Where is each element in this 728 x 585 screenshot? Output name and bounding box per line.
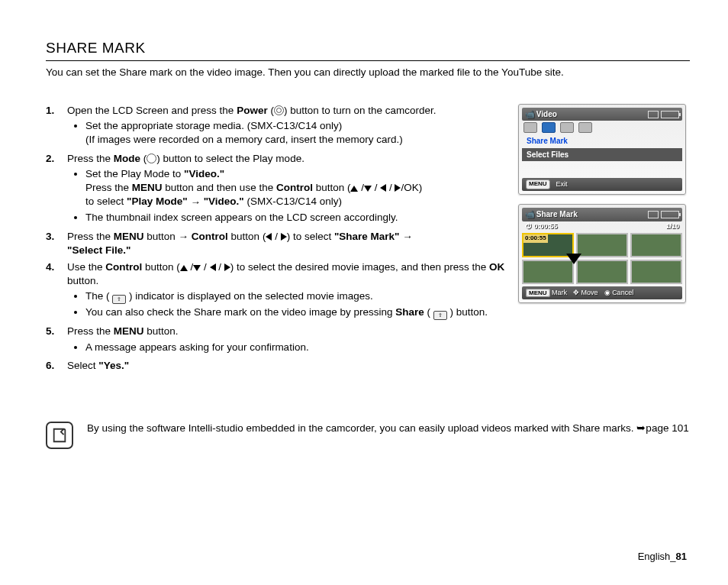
note-icon [46,422,73,449]
right-icon [224,263,230,271]
page-footer: English_81 [638,550,687,564]
right-icon [281,233,287,241]
step-1: 1. Open the LCD Screen and press the Pow… [46,104,507,149]
thumbnail [576,233,628,257]
section-title: SHARE MARK [46,38,690,61]
up-icon [350,186,358,192]
share-indicator-icon: ⇧ [112,295,126,304]
left-icon [210,263,216,271]
note-text: By using the software Intelli-studio emb… [87,422,689,435]
lcd-screen-menu: 📹 Video Share Mark Select Files MENUExit [518,104,686,195]
note-box: By using the software Intelli-studio emb… [46,422,690,449]
menu-pill-icon: MENU [526,289,550,297]
intro-text: You can set the Share mark on the video … [46,66,690,79]
step-3: 3. Press the MENU button → Control butto… [46,230,507,257]
menu-select-files: Select Files [522,148,682,162]
lcd-title: Video [536,110,557,118]
lcd-count: 1/10 [665,221,679,231]
lcd-exit: Exit [556,179,568,189]
power-icon [274,105,284,115]
down-icon [364,186,372,192]
card-icon [648,111,659,118]
thumbnail [630,233,682,257]
mode-icon [147,154,156,163]
step-6: 6. Select "Yes." [46,359,507,373]
up-icon [180,265,188,271]
left-icon [380,184,386,192]
card-icon [648,211,659,218]
lcd-screen-thumbnails: 📹 Share Mark ⏱ 0:00:551/10 0:00:55 MENU … [518,204,686,302]
thumbnail [576,260,628,284]
menu-share-mark: Share Mark [522,134,682,148]
lcd-tab-row [522,121,682,134]
lcd-examples: 📹 Video Share Mark Select Files MENUExit… [518,104,690,376]
thumbnail [630,260,682,284]
lcd-title-2: Share Mark [536,210,578,218]
battery-icon [661,211,679,218]
steps-column: 1. Open the LCD Screen and press the Pow… [46,104,507,376]
cursor-icon [566,254,581,264]
battery-icon [661,111,679,118]
left-icon [266,233,272,241]
step-5: 5. Press the MENU button. A message appe… [46,325,507,355]
lcd-move: Move [581,289,598,296]
lcd-mark: Mark [552,289,567,296]
step-4: 4. Use the Control button ( / / / ) to s… [46,260,507,322]
share-button-icon: ⇧ [433,311,447,320]
lcd-duration: ⏱ 0:00:55 [525,221,558,231]
lcd-cancel: Cancel [612,289,633,296]
menu-pill-icon: MENU [526,179,550,189]
step-2: 2. Press the Mode () button to select th… [46,152,507,227]
down-icon [193,265,201,271]
